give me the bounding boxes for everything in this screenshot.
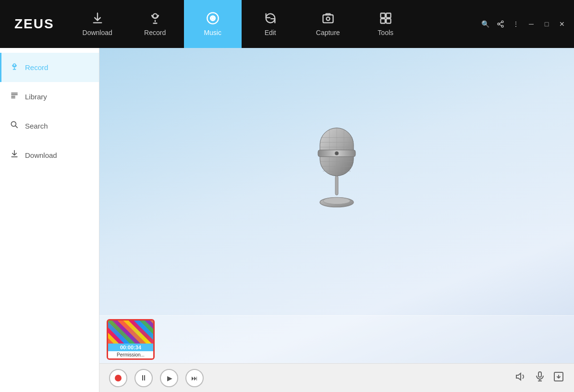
titlebar: ZEUS Download Record bbox=[0, 0, 574, 48]
svg-rect-35 bbox=[335, 176, 338, 195]
volume-icon[interactable] bbox=[515, 371, 527, 385]
microphone-illustration bbox=[305, 123, 368, 221]
sidebar-download-icon bbox=[10, 149, 19, 161]
sidebar-library-label: Library bbox=[25, 93, 47, 101]
track-title: Permission... bbox=[108, 351, 153, 358]
svg-point-37 bbox=[323, 197, 350, 204]
skip-icon: ⏭ bbox=[191, 374, 198, 382]
svg-line-20 bbox=[15, 126, 18, 128]
sidebar-item-download[interactable]: Download bbox=[0, 141, 99, 170]
tab-download[interactable]: Download bbox=[69, 0, 126, 48]
tab-capture-label: Capture bbox=[316, 29, 340, 36]
track-mosaic-art bbox=[108, 321, 153, 344]
tools-icon bbox=[379, 12, 392, 25]
svg-point-11 bbox=[501, 25, 503, 27]
track-area: 00:00:34 Permission... bbox=[99, 315, 574, 363]
pause-icon: ⏸ bbox=[140, 374, 147, 382]
play-icon: ▶ bbox=[167, 374, 172, 382]
track-thumbnail bbox=[108, 321, 153, 344]
pause-button[interactable]: ⏸ bbox=[134, 369, 153, 387]
svg-rect-7 bbox=[380, 19, 385, 23]
track-item-permission[interactable]: 00:00:34 Permission... bbox=[107, 319, 155, 360]
tab-edit-label: Edit bbox=[265, 29, 276, 36]
mic-svg bbox=[305, 123, 368, 219]
sidebar-library-icon bbox=[10, 91, 19, 103]
sidebar-download-label: Download bbox=[25, 151, 57, 159]
sidebar-search-label: Search bbox=[25, 122, 48, 130]
right-controls bbox=[515, 371, 564, 385]
play-button[interactable]: ▶ bbox=[160, 369, 178, 387]
tab-tools[interactable]: Tools bbox=[357, 0, 415, 48]
svg-point-19 bbox=[11, 121, 16, 126]
record-dot bbox=[115, 375, 122, 381]
content-area: 00:00:34 Permission... ⏸ ▶ ⏭ bbox=[99, 48, 574, 392]
svg-rect-8 bbox=[386, 19, 391, 23]
playback-bar: ⏸ ▶ ⏭ bbox=[99, 363, 574, 392]
app-logo: ZEUS bbox=[0, 16, 69, 32]
close-button[interactable]: ✕ bbox=[557, 19, 567, 29]
download-icon bbox=[91, 12, 104, 25]
minimize-button[interactable]: ─ bbox=[526, 19, 536, 29]
tab-download-label: Download bbox=[83, 29, 112, 36]
tab-music[interactable]: Music bbox=[184, 0, 242, 48]
tab-record[interactable]: Record bbox=[126, 0, 184, 48]
svg-point-10 bbox=[498, 23, 500, 25]
tab-edit[interactable]: Edit bbox=[242, 0, 299, 48]
tab-capture[interactable]: Capture bbox=[299, 0, 357, 48]
nav-tabs: Download Record Music bbox=[69, 0, 473, 48]
edit-icon bbox=[264, 12, 277, 25]
svg-point-2 bbox=[212, 17, 214, 19]
svg-rect-5 bbox=[380, 13, 385, 18]
svg-line-12 bbox=[500, 24, 502, 26]
sidebar: Record Library Search bbox=[0, 48, 99, 392]
maximize-button[interactable]: □ bbox=[542, 19, 551, 29]
share-button[interactable] bbox=[496, 19, 505, 29]
music-icon bbox=[206, 12, 220, 25]
capture-icon bbox=[321, 12, 335, 25]
tab-tools-label: Tools bbox=[378, 29, 393, 36]
svg-rect-3 bbox=[323, 15, 333, 23]
record-button[interactable] bbox=[109, 369, 127, 387]
svg-point-14 bbox=[13, 64, 16, 66]
skip-button[interactable]: ⏭ bbox=[185, 369, 204, 387]
svg-point-34 bbox=[335, 151, 339, 155]
sidebar-record-label: Record bbox=[25, 63, 48, 71]
sidebar-item-search[interactable]: Search bbox=[0, 111, 99, 141]
svg-rect-6 bbox=[386, 13, 391, 18]
export-icon[interactable] bbox=[553, 371, 564, 385]
tab-record-label: Record bbox=[144, 29, 166, 36]
content-main bbox=[99, 48, 574, 315]
sidebar-search-icon bbox=[10, 120, 19, 132]
search-window-button[interactable]: 🔍 bbox=[480, 19, 490, 29]
sidebar-item-library[interactable]: Library bbox=[0, 82, 99, 111]
svg-point-4 bbox=[326, 17, 330, 21]
menu-button[interactable]: ⋮ bbox=[511, 19, 521, 29]
window-controls: 🔍 ⋮ ─ □ ✕ bbox=[473, 19, 574, 29]
svg-rect-38 bbox=[538, 372, 541, 377]
sidebar-record-icon bbox=[10, 61, 19, 73]
svg-line-13 bbox=[500, 22, 502, 24]
svg-point-9 bbox=[501, 21, 503, 23]
sidebar-item-record[interactable]: Record bbox=[0, 53, 99, 82]
track-time: 00:00:34 bbox=[108, 344, 153, 351]
main-layout: Record Library Search bbox=[0, 48, 574, 392]
tab-music-label: Music bbox=[204, 29, 221, 36]
record-icon bbox=[148, 12, 162, 25]
mic-input-icon[interactable] bbox=[534, 371, 546, 385]
